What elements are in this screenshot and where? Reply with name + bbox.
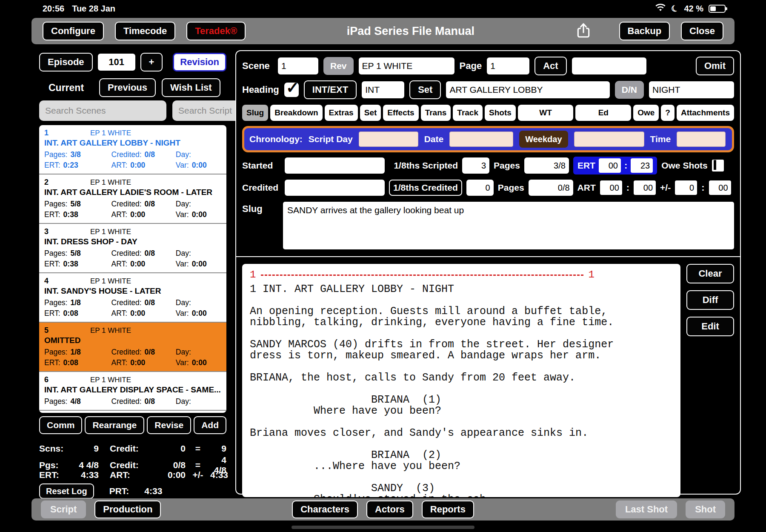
art-minutes-field[interactable] <box>634 180 656 195</box>
ert-hours-field[interactable] <box>599 158 621 173</box>
chronology-label: Chronology: <box>249 134 303 144</box>
filter-wish-list[interactable]: Wish List <box>162 78 220 97</box>
tab-track[interactable]: Track <box>453 105 483 121</box>
reset-log-button[interactable]: Reset Log <box>39 483 94 499</box>
script-page[interactable]: 1 1 1 INT. ART GALLERY LOBBY - NIGHT An … <box>242 264 680 497</box>
tab-slug[interactable]: Slug <box>242 105 268 121</box>
date-field[interactable] <box>449 132 513 147</box>
diff-button[interactable]: Diff <box>686 290 734 310</box>
tab-attachments[interactable]: Attachments <box>677 105 734 121</box>
tab-extras[interactable]: Extras <box>325 105 358 121</box>
tab-effects[interactable]: Effects <box>383 105 418 121</box>
configure-button[interactable]: Configure <box>43 22 104 40</box>
heading-checkbox-checked[interactable] <box>284 83 299 97</box>
tab-wt[interactable]: WT <box>518 105 574 121</box>
rev-button[interactable]: Rev <box>323 57 354 75</box>
script-day-field[interactable] <box>359 132 418 147</box>
scene-list-item-1[interactable]: 1EP 1 WHITE INT. ART GALLERY LOBBY - NIG… <box>39 125 226 174</box>
shot-button[interactable]: Shot <box>686 501 725 518</box>
act-field[interactable] <box>572 57 646 74</box>
search-scenes-input[interactable] <box>39 100 166 121</box>
art-hours-field[interactable] <box>600 180 622 195</box>
tab-trans[interactable]: Trans <box>421 105 451 121</box>
pages-credited-field[interactable] <box>529 180 573 196</box>
scene-list-item-6[interactable]: 6EP 1 WHITE INT. ART GALLERY DISPLAY SPA… <box>39 372 226 411</box>
page-field[interactable] <box>487 57 529 74</box>
clock-date: Tue 28 Jan <box>72 4 115 14</box>
scene-item-number: 3 <box>44 227 90 236</box>
plus-minus-hours-field[interactable] <box>675 180 697 195</box>
episode-button[interactable]: Episode <box>39 53 93 72</box>
backup-button[interactable]: Backup <box>619 22 670 40</box>
close-button[interactable]: Close <box>681 22 723 40</box>
episode-number-field[interactable] <box>98 54 135 71</box>
bottom-tab-production[interactable]: Production <box>94 501 161 518</box>
scene-list-item-2[interactable]: 2EP 1 WHITE INT. ART GALLERY LADIE'S ROO… <box>39 174 226 224</box>
started-label: Started <box>242 160 280 171</box>
tab-owe[interactable]: Owe <box>633 105 659 121</box>
share-icon[interactable] <box>576 23 591 40</box>
int-ext-field[interactable] <box>362 81 404 98</box>
owe-shots-checkbox[interactable] <box>712 160 724 172</box>
home-indicator[interactable] <box>292 526 474 529</box>
eighths-scripted-field[interactable] <box>462 157 489 174</box>
episode-row: Episode + Revision <box>39 52 226 72</box>
scene-list-item-5-omitted[interactable]: 5EP 1 WHITE OMITTED Pages:1/8 Credited:0… <box>39 323 226 372</box>
bottom-tab-actors[interactable]: Actors <box>366 501 413 518</box>
revision-field[interactable] <box>359 57 454 74</box>
battery-percent: 42 % <box>684 4 703 14</box>
add-scene-button[interactable]: Add <box>194 416 226 434</box>
script-day-label: Script Day <box>309 134 353 144</box>
comm-button[interactable]: Comm <box>39 416 82 434</box>
scene-item-ert: ERT:0:08 <box>44 309 111 318</box>
int-ext-button[interactable]: INT/EXT <box>304 80 357 99</box>
rearrange-button[interactable]: Rearrange <box>85 416 144 434</box>
scene-list-item-3[interactable]: 3EP 1 WHITE INT. DRESS SHOP - DAY Pages:… <box>39 224 226 273</box>
filter-previous[interactable]: Previous <box>99 78 156 97</box>
time-field[interactable] <box>677 132 726 147</box>
owe-shots-label: Owe Shots <box>661 160 708 171</box>
revise-button[interactable]: Revise <box>147 416 191 434</box>
edit-button[interactable]: Edit <box>686 317 734 336</box>
tab-question[interactable]: ? <box>661 105 675 121</box>
last-shot-button[interactable]: Last Shot <box>616 501 677 518</box>
set-button[interactable]: Set <box>409 80 441 99</box>
day-night-field[interactable] <box>649 81 734 98</box>
act-button[interactable]: Act <box>534 57 566 75</box>
ert-minutes-field[interactable] <box>631 158 653 173</box>
revision-button[interactable]: Revision <box>173 53 226 72</box>
day-night-button[interactable]: D/N <box>615 81 644 99</box>
eighths-credited-button[interactable]: 1/8ths Credited <box>389 180 462 196</box>
credited-field[interactable] <box>285 180 385 196</box>
heading-row: Heading INT/EXT Set D/N <box>242 80 734 100</box>
weekday-field[interactable] <box>574 132 644 147</box>
bottom-tab-characters[interactable]: Characters <box>292 501 358 518</box>
plus-minus-minutes-field[interactable] <box>709 180 731 195</box>
started-field[interactable] <box>285 157 385 174</box>
set-field[interactable] <box>446 81 609 98</box>
scene-label: Scene <box>242 60 273 72</box>
scene-item-heading: INT. ART GALLERY LOBBY - NIGHT <box>44 138 221 149</box>
tab-ed[interactable]: Ed <box>575 105 631 121</box>
clear-button[interactable]: Clear <box>686 264 734 283</box>
scene-item-number: 2 <box>44 178 90 187</box>
scene-item-revision: EP 1 WHITE <box>90 178 131 187</box>
eighths-credited-field[interactable] <box>466 180 494 196</box>
tab-breakdown[interactable]: Breakdown <box>270 105 322 121</box>
tab-shots[interactable]: Shots <box>485 105 516 121</box>
tab-set[interactable]: Set <box>360 105 381 121</box>
scene-number-field[interactable] <box>278 57 318 74</box>
omit-button[interactable]: Omit <box>696 57 734 75</box>
pages-scripted-field[interactable] <box>524 157 569 174</box>
scene-list-item-4[interactable]: 4EP 1 WHITE INT. SANDY'S HOUSE - LATER P… <box>39 273 226 323</box>
teradek-button[interactable]: Teradek® <box>186 22 246 40</box>
timecode-button[interactable]: Timecode <box>115 22 175 40</box>
add-episode-button[interactable]: + <box>140 53 163 72</box>
bottom-tab-reports[interactable]: Reports <box>422 501 474 518</box>
slug-textarea[interactable] <box>283 202 734 249</box>
wifi-icon <box>655 3 666 14</box>
filter-current[interactable]: Current <box>39 82 93 94</box>
bottom-tab-script[interactable]: Script <box>41 501 86 518</box>
weekday-button[interactable]: Weekday <box>519 131 568 148</box>
ert-label: ERT <box>577 160 595 171</box>
